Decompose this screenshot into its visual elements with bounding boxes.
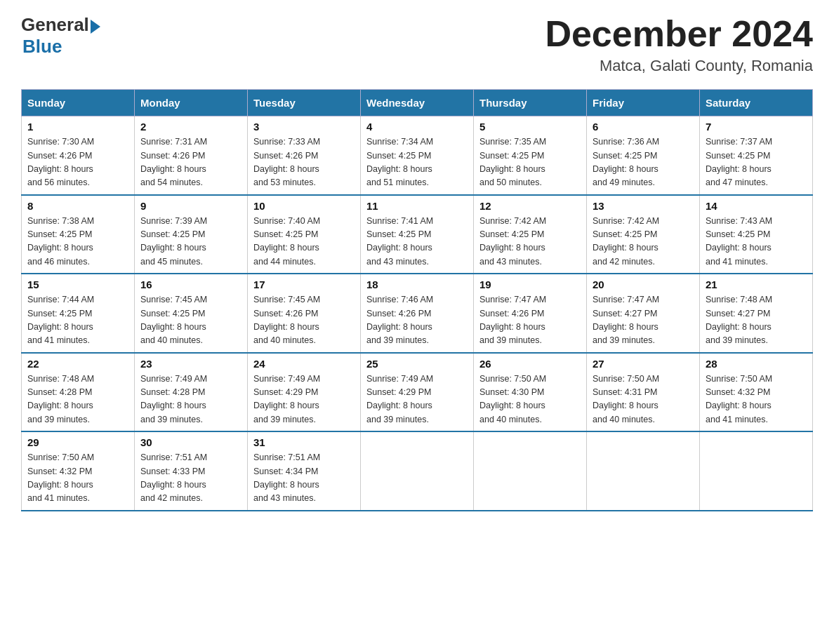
table-row: 3 Sunrise: 7:33 AM Sunset: 4:26 PM Dayli… xyxy=(248,116,361,195)
table-row: 18 Sunrise: 7:46 AM Sunset: 4:26 PM Dayl… xyxy=(361,274,474,353)
day-info: Sunrise: 7:36 AM Sunset: 4:25 PM Dayligh… xyxy=(593,135,694,190)
day-number: 10 xyxy=(253,200,355,212)
day-info: Sunrise: 7:43 AM Sunset: 4:25 PM Dayligh… xyxy=(706,215,807,269)
day-info: Sunrise: 7:42 AM Sunset: 4:25 PM Dayligh… xyxy=(479,215,581,269)
day-info: Sunrise: 7:50 AM Sunset: 4:31 PM Dayligh… xyxy=(593,373,694,427)
day-info: Sunrise: 7:45 AM Sunset: 4:26 PM Dayligh… xyxy=(253,293,355,348)
table-row: 10 Sunrise: 7:40 AM Sunset: 4:25 PM Dayl… xyxy=(248,195,361,274)
table-row: 26 Sunrise: 7:50 AM Sunset: 4:30 PM Dayl… xyxy=(474,353,587,432)
table-row: 6 Sunrise: 7:36 AM Sunset: 4:25 PM Dayli… xyxy=(587,116,700,195)
day-number: 9 xyxy=(140,200,241,212)
day-info: Sunrise: 7:47 AM Sunset: 4:27 PM Dayligh… xyxy=(593,293,694,348)
table-row: 2 Sunrise: 7:31 AM Sunset: 4:26 PM Dayli… xyxy=(135,116,248,195)
calendar-week-row: 22 Sunrise: 7:48 AM Sunset: 4:28 PM Dayl… xyxy=(22,353,813,432)
day-number: 11 xyxy=(366,200,468,212)
calendar-week-row: 29 Sunrise: 7:50 AM Sunset: 4:32 PM Dayl… xyxy=(22,431,813,511)
page-subtitle: Matca, Galati County, Romania xyxy=(545,57,813,75)
day-info: Sunrise: 7:42 AM Sunset: 4:25 PM Dayligh… xyxy=(593,215,694,269)
table-row: 5 Sunrise: 7:35 AM Sunset: 4:25 PM Dayli… xyxy=(474,116,587,195)
calendar-week-row: 15 Sunrise: 7:44 AM Sunset: 4:25 PM Dayl… xyxy=(22,274,813,353)
col-thursday: Thursday xyxy=(474,90,587,116)
table-row: 24 Sunrise: 7:49 AM Sunset: 4:29 PM Dayl… xyxy=(248,353,361,432)
day-info: Sunrise: 7:48 AM Sunset: 4:27 PM Dayligh… xyxy=(706,293,807,348)
day-number: 20 xyxy=(593,279,694,290)
day-number: 31 xyxy=(253,436,355,448)
day-info: Sunrise: 7:51 AM Sunset: 4:33 PM Dayligh… xyxy=(140,451,241,506)
table-row: 22 Sunrise: 7:48 AM Sunset: 4:28 PM Dayl… xyxy=(22,353,135,432)
table-row: 16 Sunrise: 7:45 AM Sunset: 4:25 PM Dayl… xyxy=(135,274,248,353)
day-info: Sunrise: 7:40 AM Sunset: 4:25 PM Dayligh… xyxy=(253,215,355,269)
day-info: Sunrise: 7:30 AM Sunset: 4:26 PM Dayligh… xyxy=(27,135,128,190)
day-info: Sunrise: 7:50 AM Sunset: 4:32 PM Dayligh… xyxy=(27,451,128,506)
day-info: Sunrise: 7:51 AM Sunset: 4:34 PM Dayligh… xyxy=(253,451,355,506)
table-row: 28 Sunrise: 7:50 AM Sunset: 4:32 PM Dayl… xyxy=(700,353,813,432)
table-row: 12 Sunrise: 7:42 AM Sunset: 4:25 PM Dayl… xyxy=(474,195,587,274)
logo-blue-text: Blue xyxy=(22,36,100,58)
day-info: Sunrise: 7:50 AM Sunset: 4:32 PM Dayligh… xyxy=(706,373,807,427)
day-number: 2 xyxy=(140,121,241,133)
calendar-header-row: Sunday Monday Tuesday Wednesday Thursday… xyxy=(22,90,813,116)
day-info: Sunrise: 7:34 AM Sunset: 4:25 PM Dayligh… xyxy=(366,135,468,190)
day-number: 5 xyxy=(479,121,581,133)
table-row: 17 Sunrise: 7:45 AM Sunset: 4:26 PM Dayl… xyxy=(248,274,361,353)
day-info: Sunrise: 7:41 AM Sunset: 4:25 PM Dayligh… xyxy=(366,215,468,269)
day-number: 23 xyxy=(140,358,241,370)
day-number: 15 xyxy=(27,279,128,290)
day-number: 8 xyxy=(27,200,128,212)
day-number: 12 xyxy=(479,200,581,212)
logo-triangle-icon xyxy=(91,20,100,34)
day-number: 17 xyxy=(253,279,355,290)
calendar-week-row: 8 Sunrise: 7:38 AM Sunset: 4:25 PM Dayli… xyxy=(22,195,813,274)
day-number: 24 xyxy=(253,358,355,370)
day-info: Sunrise: 7:39 AM Sunset: 4:25 PM Dayligh… xyxy=(140,215,241,269)
day-number: 27 xyxy=(593,358,694,370)
day-number: 25 xyxy=(366,358,468,370)
table-row: 14 Sunrise: 7:43 AM Sunset: 4:25 PM Dayl… xyxy=(700,195,813,274)
day-info: Sunrise: 7:38 AM Sunset: 4:25 PM Dayligh… xyxy=(27,215,128,269)
day-info: Sunrise: 7:37 AM Sunset: 4:25 PM Dayligh… xyxy=(706,135,807,190)
col-monday: Monday xyxy=(135,90,248,116)
col-friday: Friday xyxy=(587,90,700,116)
logo-general-text: General xyxy=(21,14,89,36)
day-info: Sunrise: 7:49 AM Sunset: 4:29 PM Dayligh… xyxy=(366,373,468,427)
day-number: 3 xyxy=(253,121,355,133)
day-number: 13 xyxy=(593,200,694,212)
day-number: 29 xyxy=(27,436,128,448)
day-number: 28 xyxy=(706,358,807,370)
calendar-table: Sunday Monday Tuesday Wednesday Thursday… xyxy=(21,89,813,511)
day-info: Sunrise: 7:31 AM Sunset: 4:26 PM Dayligh… xyxy=(140,135,241,190)
table-row: 9 Sunrise: 7:39 AM Sunset: 4:25 PM Dayli… xyxy=(135,195,248,274)
table-row xyxy=(474,431,587,511)
day-info: Sunrise: 7:46 AM Sunset: 4:26 PM Dayligh… xyxy=(366,293,468,348)
calendar-week-row: 1 Sunrise: 7:30 AM Sunset: 4:26 PM Dayli… xyxy=(22,116,813,195)
day-number: 6 xyxy=(593,121,694,133)
page-title: December 2024 xyxy=(545,14,813,54)
table-row: 23 Sunrise: 7:49 AM Sunset: 4:28 PM Dayl… xyxy=(135,353,248,432)
table-row: 15 Sunrise: 7:44 AM Sunset: 4:25 PM Dayl… xyxy=(22,274,135,353)
day-number: 22 xyxy=(27,358,128,370)
table-row: 1 Sunrise: 7:30 AM Sunset: 4:26 PM Dayli… xyxy=(22,116,135,195)
day-number: 19 xyxy=(479,279,581,290)
table-row xyxy=(587,431,700,511)
day-number: 30 xyxy=(140,436,241,448)
table-row: 13 Sunrise: 7:42 AM Sunset: 4:25 PM Dayl… xyxy=(587,195,700,274)
col-wednesday: Wednesday xyxy=(361,90,474,116)
table-row: 31 Sunrise: 7:51 AM Sunset: 4:34 PM Dayl… xyxy=(248,431,361,511)
title-block: December 2024 Matca, Galati County, Roma… xyxy=(545,14,813,75)
table-row: 20 Sunrise: 7:47 AM Sunset: 4:27 PM Dayl… xyxy=(587,274,700,353)
table-row: 8 Sunrise: 7:38 AM Sunset: 4:25 PM Dayli… xyxy=(22,195,135,274)
day-number: 16 xyxy=(140,279,241,290)
day-info: Sunrise: 7:33 AM Sunset: 4:26 PM Dayligh… xyxy=(253,135,355,190)
day-info: Sunrise: 7:44 AM Sunset: 4:25 PM Dayligh… xyxy=(27,293,128,348)
day-info: Sunrise: 7:47 AM Sunset: 4:26 PM Dayligh… xyxy=(479,293,581,348)
table-row: 21 Sunrise: 7:48 AM Sunset: 4:27 PM Dayl… xyxy=(700,274,813,353)
table-row: 30 Sunrise: 7:51 AM Sunset: 4:33 PM Dayl… xyxy=(135,431,248,511)
page-header: General Blue December 2024 Matca, Galati… xyxy=(21,14,813,75)
table-row xyxy=(700,431,813,511)
day-info: Sunrise: 7:35 AM Sunset: 4:25 PM Dayligh… xyxy=(479,135,581,190)
day-info: Sunrise: 7:49 AM Sunset: 4:29 PM Dayligh… xyxy=(253,373,355,427)
table-row: 25 Sunrise: 7:49 AM Sunset: 4:29 PM Dayl… xyxy=(361,353,474,432)
day-number: 4 xyxy=(366,121,468,133)
day-info: Sunrise: 7:48 AM Sunset: 4:28 PM Dayligh… xyxy=(27,373,128,427)
table-row: 27 Sunrise: 7:50 AM Sunset: 4:31 PM Dayl… xyxy=(587,353,700,432)
